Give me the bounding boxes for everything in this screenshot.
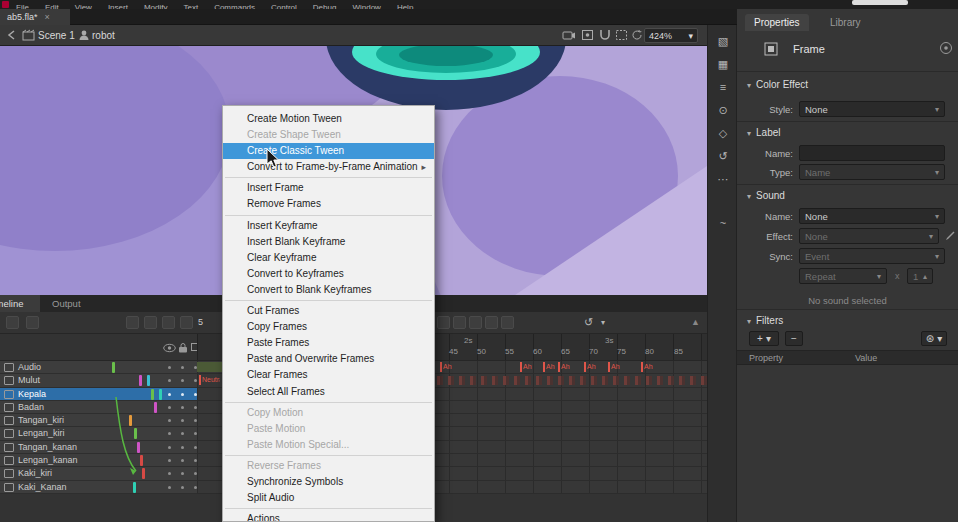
edit-sound-envelope-icon[interactable]: [945, 230, 956, 243]
menu-item-clear-frames[interactable]: Clear Frames: [223, 367, 434, 383]
onion-skin-range-icon[interactable]: [453, 316, 466, 329]
document-tab[interactable]: ab5.fla* ×: [0, 9, 70, 25]
layer-panel-cell[interactable]: Lengan_kanan: [0, 454, 197, 467]
insert-keyframe-icon[interactable]: [126, 316, 139, 329]
motion-editor-panel-icon[interactable]: ~: [715, 215, 731, 231]
add-filter-button[interactable]: +▾: [749, 331, 779, 346]
menu-item-convert-to-frame-by-frame[interactable]: Convert to Frame-by-Frame Animation▸: [223, 159, 434, 175]
layer-toggles[interactable]: [162, 441, 197, 453]
menu-item-insert-blank-keyframe[interactable]: Insert Blank Keyframe: [223, 234, 434, 250]
menu-item-copy-frames[interactable]: Copy Frames: [223, 319, 434, 335]
mouse-cursor: [266, 149, 280, 170]
tab-timeline[interactable]: Timeline: [0, 295, 40, 312]
filter-options-button[interactable]: ⊛▾: [921, 331, 947, 346]
frame-step-icon[interactable]: ▾: [601, 315, 605, 330]
components-panel-icon[interactable]: ⋯: [715, 171, 731, 187]
edit-multiple-frames-icon[interactable]: [180, 316, 193, 329]
tab-library[interactable]: Library: [821, 14, 870, 31]
delete-layer-icon[interactable]: [26, 316, 39, 329]
sound-name-select[interactable]: None▾: [799, 208, 945, 224]
layer-panel-cell[interactable]: Tangan_kanan: [0, 441, 197, 454]
collapse-triangle-icon: ▾: [747, 81, 751, 90]
symbol-icon: [78, 29, 92, 42]
layer-toggles[interactable]: [162, 467, 197, 479]
layer-toggles[interactable]: [162, 427, 197, 439]
menu-item-insert-frame[interactable]: Insert Frame: [223, 180, 434, 196]
layer-panel-cell[interactable]: Audio: [0, 361, 197, 374]
section-label[interactable]: ▾Label: [747, 127, 780, 138]
label-name-input[interactable]: [799, 145, 945, 161]
layer-toggles[interactable]: [162, 454, 197, 466]
audio-frame-label: Ah: [558, 362, 570, 372]
color-style-select[interactable]: None▾: [799, 101, 945, 117]
snap-icon[interactable]: [599, 29, 613, 42]
menu-item-paste-and-overwrite-frames[interactable]: Paste and Overwrite Frames: [223, 351, 434, 367]
layer-panel-cell[interactable]: Lengan_kiri: [0, 427, 197, 440]
loop-playback-icon[interactable]: ↺: [584, 315, 593, 330]
timeline-fit-icon[interactable]: ▲: [691, 315, 700, 330]
onion-outlines-icon[interactable]: [469, 316, 482, 329]
section-filters[interactable]: ▾Filters: [747, 315, 783, 326]
menu-item-paste-frames[interactable]: Paste Frames: [223, 335, 434, 351]
menu-item-select-all-frames[interactable]: Select All Frames: [223, 384, 434, 400]
menu-item-create-classic-tween[interactable]: Create Classic Tween: [223, 143, 434, 159]
align-panel-icon[interactable]: ≡: [715, 79, 731, 95]
layer-toggles[interactable]: [162, 388, 197, 400]
rotate-canvas-icon[interactable]: [631, 29, 645, 42]
transform-panel-icon[interactable]: ◇: [715, 125, 731, 141]
layer-panel-cell[interactable]: Kaki_kiri: [0, 467, 197, 480]
color-panel-icon[interactable]: ▧: [715, 33, 731, 49]
add-layer-icon[interactable]: [6, 316, 19, 329]
menu-item-convert-to-blank-keyframes[interactable]: Convert to Blank Keyframes: [223, 282, 434, 298]
lock-icon[interactable]: [178, 342, 188, 355]
section-sound[interactable]: ▾Sound: [747, 190, 785, 201]
history-panel-icon[interactable]: ↺: [715, 148, 731, 164]
layer-toggles[interactable]: [162, 374, 197, 386]
zoom-level-select[interactable]: 424% ▾: [644, 28, 698, 43]
onion-skin-icon[interactable]: [162, 316, 175, 329]
back-icon[interactable]: [6, 29, 20, 42]
remove-filter-button[interactable]: −: [785, 331, 803, 346]
menu-item-cut-frames[interactable]: Cut Frames: [223, 303, 434, 319]
ruler-second-mark: 3s: [605, 336, 613, 345]
menu-item-synchronize-symbols[interactable]: Synchronize Symbols: [223, 474, 434, 490]
close-icon[interactable]: ×: [45, 12, 50, 22]
camera-icon[interactable]: [501, 316, 514, 329]
breadcrumb-symbol[interactable]: robot: [92, 30, 115, 41]
frame-view-icon[interactable]: [437, 316, 450, 329]
layer-panel-cell[interactable]: Kaki_Kanan: [0, 481, 197, 494]
layer-toggles[interactable]: [162, 414, 197, 426]
layer-panel-cell[interactable]: Tangan_kiri: [0, 414, 197, 427]
layer-panel-cell[interactable]: Mulut: [0, 374, 197, 387]
clip-content-icon[interactable]: [615, 29, 629, 42]
property-column-header: Property: [749, 351, 783, 366]
menu-item-insert-keyframe[interactable]: Insert Keyframe: [223, 218, 434, 234]
divider: [737, 71, 958, 72]
panel-options-icon[interactable]: [939, 41, 953, 57]
tab-properties[interactable]: Properties: [745, 14, 809, 31]
layer-panel-cell[interactable]: Badan: [0, 401, 197, 414]
menu-item-remove-frames[interactable]: Remove Frames: [223, 196, 434, 212]
swatches-panel-icon[interactable]: ▦: [715, 56, 731, 72]
menu-item-convert-to-keyframes[interactable]: Convert to Keyframes: [223, 266, 434, 282]
tab-output[interactable]: Output: [42, 295, 91, 312]
layer-toggles[interactable]: [162, 401, 197, 413]
menu-item-actions[interactable]: Actions: [223, 511, 434, 522]
eye-icon[interactable]: [163, 343, 176, 355]
layer-toggles[interactable]: [162, 361, 197, 373]
add-camera-icon[interactable]: [562, 29, 576, 42]
layer-panel-cell[interactable]: Kepala: [0, 388, 197, 401]
layer-toggles[interactable]: [162, 481, 197, 493]
ruler-frame-number: 70: [589, 347, 598, 356]
section-color-effect[interactable]: ▾Color Effect: [747, 79, 808, 90]
insert-blank-keyframe-icon[interactable]: [144, 316, 157, 329]
breadcrumb-scene[interactable]: Scene 1: [38, 30, 75, 41]
info-panel-icon[interactable]: ⊙: [715, 102, 731, 118]
menu-item-clear-keyframe[interactable]: Clear Keyframe: [223, 250, 434, 266]
workspace-switcher[interactable]: [852, 0, 908, 5]
chevron-down-icon: ▾: [935, 212, 939, 221]
menu-item-create-motion-tween[interactable]: Create Motion Tween: [223, 111, 434, 127]
fit-content-icon[interactable]: [581, 29, 595, 42]
menu-item-split-audio[interactable]: Split Audio: [223, 490, 434, 506]
loop-range-icon[interactable]: [485, 316, 498, 329]
